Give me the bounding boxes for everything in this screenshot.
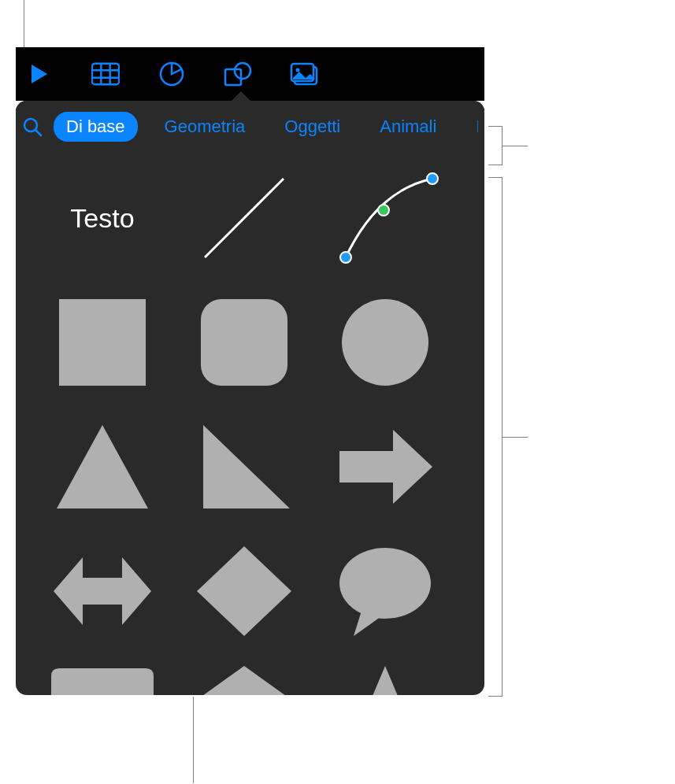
svg-rect-0 [92, 64, 119, 85]
table-icon[interactable] [91, 60, 120, 88]
main-area: Di base Geometria Oggetti Animali N Test… [16, 47, 484, 712]
square-shape[interactable] [47, 291, 158, 394]
curve-shape[interactable] [330, 167, 440, 269]
svg-point-15 [378, 205, 389, 216]
shapes-grid: Testo [16, 153, 484, 695]
shapes-popover: Di base Geometria Oggetti Animali N Test… [16, 101, 484, 695]
circle-shape[interactable] [330, 291, 440, 394]
arrow-double-shape[interactable] [47, 540, 158, 642]
chart-icon[interactable] [158, 60, 186, 88]
callout-shape[interactable] [47, 664, 158, 695]
callout-bracket-categories [488, 126, 503, 165]
svg-rect-17 [59, 299, 146, 386]
right-triangle-shape[interactable] [189, 416, 299, 518]
play-icon[interactable] [25, 60, 54, 88]
speech-bubble-shape[interactable] [330, 540, 440, 642]
line-shape[interactable] [189, 167, 299, 269]
callout-bracket-shapes [488, 177, 503, 697]
svg-point-20 [339, 548, 431, 619]
diamond-shape[interactable] [189, 540, 299, 642]
media-icon[interactable] [290, 60, 318, 88]
svg-rect-18 [201, 299, 287, 386]
triangle-shape[interactable] [47, 416, 158, 518]
svg-point-14 [340, 252, 351, 263]
shape-icon[interactable] [224, 60, 252, 88]
category-tabs: Di base Geometria Oggetti Animali N [54, 112, 478, 142]
svg-point-10 [296, 68, 300, 72]
callout-line-shapes [503, 437, 528, 438]
category-tab-animals[interactable]: Animali [367, 112, 449, 142]
text-shape-label: Testo [70, 203, 134, 234]
category-tab-basic[interactable]: Di base [54, 112, 138, 142]
rounded-square-shape[interactable] [189, 291, 299, 394]
svg-point-19 [342, 299, 428, 386]
category-tab-geometry[interactable]: Geometria [152, 112, 258, 142]
svg-line-12 [35, 130, 41, 135]
svg-point-7 [235, 63, 250, 79]
category-tab-objects[interactable]: Oggetti [272, 112, 353, 142]
shapes-popover-container: Di base Geometria Oggetti Animali N Test… [16, 101, 484, 695]
popover-arrow [230, 91, 252, 102]
star-shape[interactable] [330, 664, 440, 695]
text-shape[interactable]: Testo [47, 167, 158, 269]
popover-header: Di base Geometria Oggetti Animali N [16, 101, 484, 153]
svg-line-13 [205, 179, 284, 257]
arrow-right-shape[interactable] [330, 416, 440, 518]
category-tab-more[interactable]: N [463, 112, 478, 142]
search-icon[interactable] [22, 116, 43, 137]
callout-line-categories [503, 146, 528, 146]
svg-point-16 [427, 173, 438, 184]
pentagon-shape[interactable] [189, 664, 299, 695]
